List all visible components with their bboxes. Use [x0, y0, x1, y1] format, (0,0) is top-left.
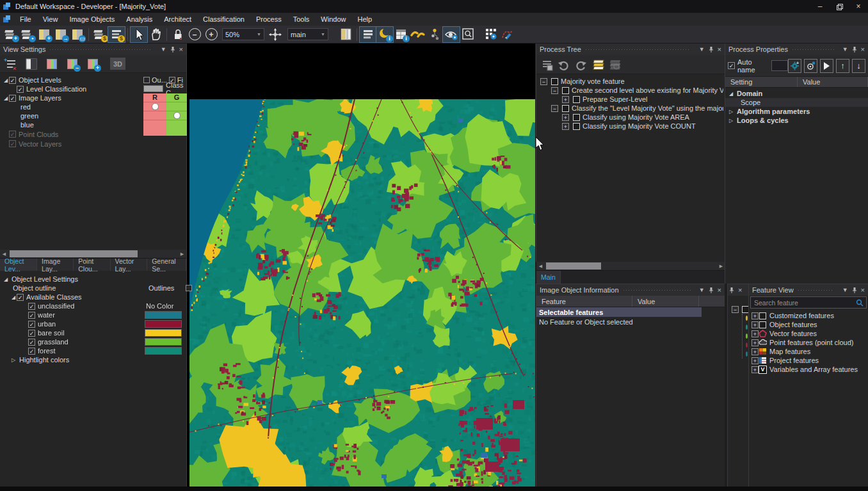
- process-item[interactable]: −Create second level above existing for …: [540, 86, 723, 95]
- pin-icon[interactable]: [729, 287, 734, 293]
- edit-algorithm-button[interactable]: [804, 59, 817, 73]
- navigate-button[interactable]: [267, 27, 284, 42]
- layer-values-button[interactable]: $: [92, 27, 108, 42]
- menu-classification[interactable]: Classification: [197, 13, 250, 26]
- close-icon[interactable]: ×: [718, 45, 721, 53]
- menu-view[interactable]: View: [37, 13, 64, 26]
- close-icon[interactable]: ×: [861, 45, 865, 53]
- expand-plus-icon[interactable]: +: [751, 348, 759, 355]
- class-row-water[interactable]: ✓water: [3, 310, 184, 319]
- map-select[interactable]: main▼: [287, 28, 328, 40]
- undo-button[interactable]: [556, 57, 572, 72]
- add-layer-mix-button[interactable]: +: [84, 56, 101, 72]
- map-viewport[interactable]: [187, 44, 535, 487]
- checkbox[interactable]: ✓: [28, 312, 35, 319]
- auto-name-checkbox[interactable]: ✓: [728, 62, 735, 69]
- column-setting[interactable]: Setting: [725, 77, 798, 87]
- column-value[interactable]: Value: [632, 296, 699, 307]
- checkbox[interactable]: ✓: [17, 86, 24, 93]
- process-item[interactable]: −Classify the "Level Majority Vote" usin…: [540, 104, 723, 113]
- urban-color-swatch[interactable]: [145, 320, 182, 328]
- move-up-button[interactable]: ↑: [836, 59, 849, 73]
- manage-aliases-button[interactable]: [483, 27, 499, 42]
- close-icon[interactable]: ×: [861, 286, 865, 294]
- add-layer-button[interactable]: +: [36, 27, 52, 42]
- pin-icon[interactable]: [709, 287, 714, 293]
- collapse-minus-icon[interactable]: −: [540, 78, 547, 85]
- tree-item-object-levels[interactable]: ◢✓Object Levels: [3, 76, 140, 85]
- expand-plus-icon[interactable]: +: [562, 114, 569, 121]
- collapse-minus-icon[interactable]: −: [551, 87, 558, 94]
- checkbox[interactable]: ✓: [9, 95, 16, 102]
- expand-plus-icon[interactable]: +: [751, 312, 759, 319]
- process-name-input[interactable]: [771, 60, 788, 71]
- class-row-grassland[interactable]: ✓grassland: [3, 337, 184, 346]
- menu-architect[interactable]: Architect: [158, 13, 197, 26]
- class-row-unclassified[interactable]: ✓unclassifiedNo Color: [3, 302, 184, 310]
- tab-point-clouds[interactable]: Point Clou...: [74, 259, 110, 271]
- panel-menu-icon[interactable]: ▼: [842, 46, 848, 52]
- scroll-left-icon[interactable]: ◀: [0, 252, 8, 257]
- process-item[interactable]: +Classify using Majority Vote COUNT: [540, 122, 723, 131]
- feature-item-project[interactable]: +Project features: [751, 356, 868, 365]
- feature-item-customized[interactable]: +Customized features: [751, 311, 868, 320]
- feature-view-glasses-button[interactable]: [410, 27, 426, 42]
- select-cursor-button[interactable]: [131, 27, 147, 42]
- outline-checkbox[interactable]: [143, 77, 150, 83]
- pin-icon[interactable]: [709, 46, 714, 52]
- process-tree-hscrollbar[interactable]: ◀ ▶: [536, 262, 725, 270]
- expand-icon[interactable]: ◢: [728, 91, 734, 97]
- checkbox[interactable]: ✓: [28, 321, 35, 328]
- expand-icon[interactable]: ◢: [3, 95, 9, 101]
- menu-tools[interactable]: Tools: [287, 13, 316, 26]
- class-hierarchy-button[interactable]: [426, 27, 443, 42]
- close-button[interactable]: ×: [849, 1, 868, 12]
- menu-file[interactable]: File: [14, 13, 37, 26]
- zoom-out-button[interactable]: –: [186, 27, 203, 42]
- tree-item-blue[interactable]: blue: [3, 120, 140, 129]
- feature-item-map[interactable]: +Map features: [751, 347, 868, 356]
- red-channel-column[interactable]: R: [143, 93, 166, 136]
- menu-window[interactable]: Window: [315, 13, 351, 26]
- class-row-bare-soil[interactable]: ✓bare soil: [3, 328, 184, 337]
- menu-help[interactable]: Help: [351, 13, 378, 26]
- feature-item-point-cloud[interactable]: +Point features (point cloud): [751, 338, 868, 347]
- tab-main[interactable]: Main: [536, 271, 561, 284]
- class-hierarchy-root[interactable]: −: [732, 305, 748, 314]
- pin-icon[interactable]: [852, 46, 857, 52]
- close-icon[interactable]: ×: [738, 286, 742, 294]
- import-scene-button[interactable]: →: [52, 27, 69, 42]
- tree-item-green[interactable]: green: [3, 111, 140, 120]
- zoom-window-button[interactable]: [460, 27, 476, 42]
- pin-icon[interactable]: [852, 287, 857, 293]
- tree-item-available-classes[interactable]: ◢✓Available Classes: [3, 293, 184, 302]
- setting-row-loops-cycles[interactable]: ▷Loops & cycles: [725, 116, 868, 125]
- checkbox[interactable]: ✓: [28, 348, 35, 355]
- tree-item-image-layers[interactable]: ◢✓Image Layers: [3, 93, 140, 102]
- panel-menu-icon[interactable]: ▼: [699, 46, 705, 52]
- rgb-layer-view-button[interactable]: [44, 56, 60, 72]
- tree-item-red[interactable]: red: [3, 102, 140, 111]
- collapse-icon[interactable]: ▷: [728, 118, 734, 124]
- expand-plus-icon[interactable]: +: [751, 366, 759, 373]
- water-color-swatch[interactable]: [145, 311, 182, 319]
- open-workspace-button[interactable]: ▭: [69, 27, 86, 42]
- grassland-color-swatch[interactable]: [145, 338, 182, 346]
- expand-icon[interactable]: ◢: [3, 77, 9, 83]
- menu-image-objects[interactable]: Image Objects: [63, 13, 120, 26]
- image-object-info-toggle-button[interactable]: i: [376, 27, 393, 42]
- collapse-icon[interactable]: ▷: [728, 109, 734, 115]
- new-project-button[interactable]: +: [3, 27, 19, 42]
- expand-plus-icon[interactable]: +: [562, 96, 569, 103]
- remove-layer-mix-button[interactable]: –: [64, 56, 81, 72]
- minimize-button[interactable]: –: [810, 1, 830, 12]
- class-row-urban[interactable]: ✓urban: [3, 319, 184, 328]
- menu-analysis[interactable]: Analysis: [120, 13, 158, 26]
- tab-object-levels[interactable]: Object Lev...: [0, 259, 37, 271]
- checkbox[interactable]: ✓: [28, 330, 35, 337]
- search-feature-input[interactable]: [750, 296, 867, 309]
- close-icon[interactable]: ×: [179, 45, 183, 53]
- pin-icon[interactable]: [170, 46, 175, 52]
- tree-item-point-clouds[interactable]: ✓Point Clouds: [3, 129, 140, 139]
- menu-process[interactable]: Process: [250, 13, 287, 26]
